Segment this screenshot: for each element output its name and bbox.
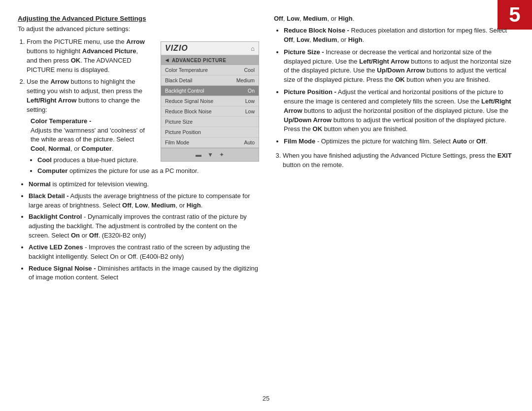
normal-bullet-list: Normal is optimized for television viewi… (18, 180, 259, 282)
tv-footer: ▬ ▼ ✦ (161, 148, 259, 161)
menu-item: Color Temperature Cool (161, 65, 259, 75)
menu-item-label: Film Mode (165, 139, 189, 145)
tv-header: VIZIO ⌂ (161, 42, 259, 55)
intro-text: To adjust the advanced picture settings: (18, 25, 259, 33)
menu-bar: ◄ ADVANCED PICTURE (161, 55, 259, 65)
right-column: Off, Low, Medium, or High. Reduce Block … (274, 15, 514, 386)
picture-position-bullet: Picture Position - Adjust the vertical a… (284, 88, 514, 134)
reduce-signal-noise-bullet: Reduce Signal Noise - Diminishes artifac… (29, 264, 259, 283)
tv-mockup: VIZIO ⌂ ◄ ADVANCED PICTURE Color Tempera… (161, 41, 259, 162)
right-steps-list: When you have finished adjusting the Adv… (274, 151, 514, 170)
menu-item-label: Picture Size (165, 119, 193, 125)
page-bottom-number: 25 (263, 395, 269, 402)
active-led-bullet: Active LED Zones - Improves the contrast… (29, 243, 259, 262)
menu-item-label: Reduce Block Noise (165, 108, 212, 114)
reduce-block-noise-bullet: Reduce Block Noise - Reduces pixelation … (284, 26, 514, 45)
menu-item: Picture Position (161, 127, 259, 137)
back-arrow-icon: ◄ (164, 57, 170, 64)
black-detail-bullet: Black Detail - Adjusts the average brigh… (29, 192, 259, 210)
menu-items-list: Color Temperature Cool Black Detail Medi… (161, 65, 259, 148)
computer-bullet: Computer optimizes the picture for use a… (37, 167, 259, 176)
step-3: When you have finished adjusting the Adv… (283, 151, 514, 170)
settings-icon: ✦ (219, 151, 224, 158)
menu-item-value: Low (245, 98, 255, 104)
menu-item: Film Mode Auto (161, 137, 259, 148)
film-mode-bullet: Film Mode - Optimizes the picture for wa… (284, 137, 514, 146)
menu-item-value: Cool (244, 67, 255, 73)
backlight-control-bullet: Backlight Control - Dynamically improves… (29, 212, 259, 240)
menu-item: Reduce Signal Noise Low (161, 96, 259, 106)
menu-item-value: Medium (236, 77, 255, 83)
vizio-logo: VIZIO (165, 44, 188, 53)
left-column: Adjusting the Advanced Picture Settings … (18, 15, 259, 386)
menu-item: Black Detail Medium (161, 75, 259, 86)
picture-size-bullet: Picture Size - Increase or decrease the … (284, 48, 514, 85)
menu-item: Reduce Block Noise Low (161, 106, 259, 117)
nav-down-icon: ▼ (207, 151, 213, 158)
menu-item-value: Auto (244, 139, 255, 145)
section-heading: Adjusting the Advanced Picture Settings (18, 15, 259, 22)
menu-item-backlight: Backlight Control On (161, 86, 259, 96)
main-content: Adjusting the Advanced Picture Settings … (18, 15, 514, 386)
off-low-medium-high: Off, Low, Medium, or High. (274, 15, 514, 22)
menu-item-label: Backlight Control (165, 88, 204, 94)
menu-footer-icon: ▬ (196, 151, 201, 158)
right-bullets-list: Reduce Block Noise - Reduces pixelation … (274, 26, 514, 146)
menu-item-label: Reduce Signal Noise (165, 98, 213, 104)
menu-item-label: Picture Position (165, 129, 201, 135)
menu-item: Picture Size (161, 117, 259, 127)
menu-title: ADVANCED PICTURE (172, 58, 227, 63)
normal-bullet: Normal is optimized for television viewi… (29, 180, 259, 189)
menu-item-value: Low (245, 108, 255, 114)
menu-item-value: On (248, 88, 255, 94)
menu-item-label: Color Temperature (165, 67, 208, 73)
menu-item-label: Black Detail (165, 77, 192, 83)
home-icon: ⌂ (251, 45, 255, 52)
